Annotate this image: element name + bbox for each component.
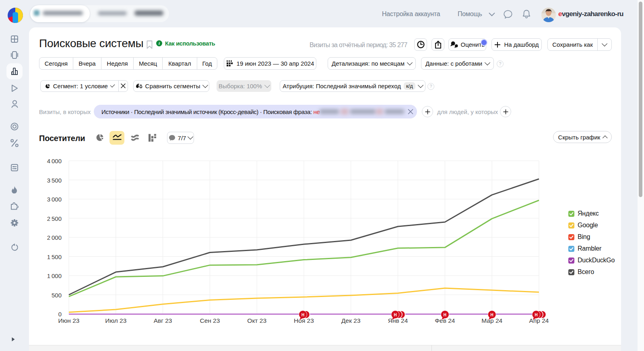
svg-text:Н: Н bbox=[301, 313, 304, 317]
svg-text:Июл 23: Июл 23 bbox=[105, 317, 126, 324]
svg-text:Н: Н bbox=[394, 313, 396, 317]
svg-text:Сен 23: Сен 23 bbox=[200, 317, 220, 324]
svg-text:Н: Н bbox=[491, 313, 493, 317]
svg-text:Авг 23: Авг 23 bbox=[154, 317, 172, 324]
svg-text:500: 500 bbox=[52, 292, 62, 299]
svg-text:0: 0 bbox=[58, 311, 62, 318]
svg-text:2 000: 2 000 bbox=[47, 234, 62, 241]
svg-text:1 500: 1 500 bbox=[47, 253, 62, 260]
svg-text:3 500: 3 500 bbox=[47, 177, 62, 184]
svg-text:Окт 23: Окт 23 bbox=[247, 317, 266, 324]
svg-text:2 500: 2 500 bbox=[47, 215, 62, 222]
svg-text:1 000: 1 000 bbox=[47, 272, 62, 279]
svg-text:Н: Н bbox=[535, 313, 537, 317]
svg-text:Дек 23: Дек 23 bbox=[341, 317, 360, 324]
svg-text:Н: Н bbox=[444, 313, 446, 317]
svg-text:3 000: 3 000 bbox=[47, 196, 62, 203]
svg-text:4 000: 4 000 bbox=[47, 158, 62, 164]
svg-text:Июн 23: Июн 23 bbox=[58, 317, 80, 324]
